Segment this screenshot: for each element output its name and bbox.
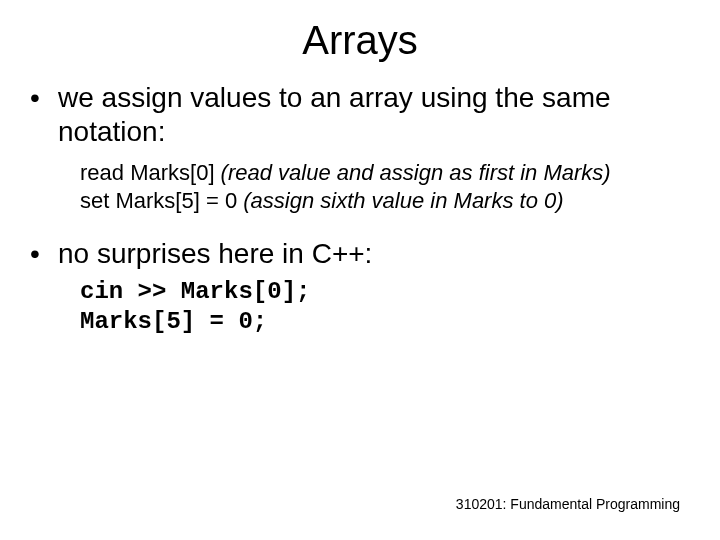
bullet-item-2: • no surprises here in C++: [28, 237, 692, 271]
pseudocode-line-2: set Marks[5] = 0 (assign sixth value in … [80, 187, 692, 215]
slide-title: Arrays [28, 18, 692, 63]
pseudocode-block: read Marks[0] (read value and assign as … [80, 159, 692, 215]
bullet-item-1: • we assign values to an array using the… [28, 81, 692, 149]
bullet-text-2: no surprises here in C++: [58, 237, 372, 271]
pseudocode-note-2: (assign sixth value in Marks to 0) [237, 188, 563, 213]
bullet-text-1: we assign values to an array using the s… [58, 81, 692, 149]
code-block: cin >> Marks[0]; Marks[5] = 0; [80, 277, 692, 337]
code-line-2: Marks[5] = 0; [80, 307, 692, 337]
bullet-dot-icon: • [28, 237, 58, 271]
code-line-1: cin >> Marks[0]; [80, 277, 692, 307]
bullet-dot-icon: • [28, 81, 58, 115]
pseudocode-cmd-2: set Marks[5] = 0 [80, 188, 237, 213]
pseudocode-line-1: read Marks[0] (read value and assign as … [80, 159, 692, 187]
pseudocode-note-1: (read value and assign as first in Marks… [215, 160, 611, 185]
slide-footer: 310201: Fundamental Programming [456, 496, 680, 512]
pseudocode-cmd-1: read Marks[0] [80, 160, 215, 185]
slide: Arrays • we assign values to an array us… [0, 0, 720, 540]
